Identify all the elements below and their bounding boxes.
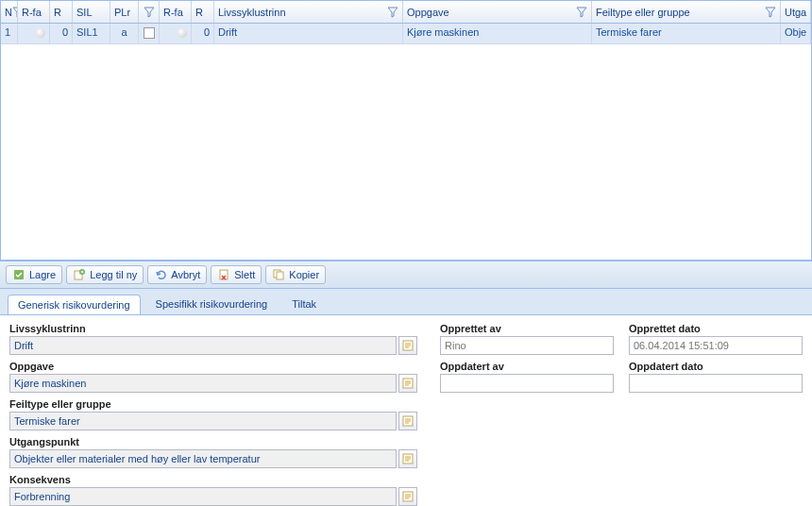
cell-liv: Drift	[214, 24, 403, 43]
col-sil[interactable]: SIL	[73, 1, 110, 23]
add-label: Legg til ny	[90, 269, 137, 280]
field-feiltype: Feiltype eller gruppe	[9, 398, 417, 430]
col-plr[interactable]: PLr	[110, 1, 139, 23]
picker-button[interactable]	[398, 412, 417, 430]
filter-icon[interactable]	[765, 7, 776, 18]
tab-specific[interactable]: Spesifikk risikovurdering	[146, 295, 278, 314]
svg-rect-5	[277, 272, 283, 279]
filter-icon[interactable]	[144, 7, 155, 18]
delete-button[interactable]: Slett	[211, 265, 262, 284]
cancel-button[interactable]: Avbryt	[147, 265, 207, 284]
cell-n: 1	[1, 24, 18, 43]
input-utgangspunkt[interactable]	[9, 449, 397, 468]
field-livssyklustrinn: Livssyklustrinn	[9, 323, 417, 355]
label-feiltype: Feiltype eller gruppe	[9, 398, 417, 410]
save-label: Lagre	[29, 269, 56, 280]
label-konsekvens: Konsekvens	[9, 474, 417, 485]
input-updated-by	[440, 374, 614, 393]
label-created-by: Opprettet av	[440, 323, 614, 334]
cell-feil: Termiske farer	[592, 24, 781, 43]
field-created-by: Opprettet av	[440, 323, 614, 355]
cancel-label: Avbryt	[171, 269, 200, 280]
input-created-date	[629, 336, 803, 355]
input-updated-date	[629, 374, 803, 393]
input-created-by	[440, 336, 614, 355]
filter-icon[interactable]	[576, 7, 587, 18]
field-updated-by: Oppdatert av	[440, 361, 614, 393]
label-utgangspunkt: Utgangspunkt	[9, 436, 417, 447]
save-icon	[12, 268, 25, 281]
grid-header: N R-fa R SIL PLr R-fa R Livssyklustrinn …	[1, 1, 811, 24]
data-grid: N R-fa R SIL PLr R-fa R Livssyklustrinn …	[0, 0, 812, 261]
picker-button[interactable]	[398, 449, 417, 468]
filter-icon[interactable]	[387, 7, 398, 18]
status-dot-icon	[36, 28, 45, 38]
col-opp[interactable]: Oppgave	[403, 1, 592, 23]
copy-label: Kopier	[289, 269, 319, 280]
col-chk[interactable]	[139, 1, 160, 23]
tab-measures[interactable]: Tiltak	[282, 295, 326, 314]
cell-chk[interactable]	[139, 24, 160, 43]
table-row[interactable]: 1 0 SIL1 a 0 Drift Kjøre maskinen Termis…	[1, 24, 811, 44]
tab-bar: Generisk risikovurdering Spesifikk risik…	[0, 289, 812, 315]
field-oppgave: Oppgave	[9, 361, 417, 393]
cell-r2: 0	[192, 24, 214, 43]
picker-button[interactable]	[398, 374, 417, 393]
cell-r1: 0	[50, 24, 73, 43]
label-oppgave: Oppgave	[9, 361, 417, 372]
cell-plr: a	[110, 24, 139, 43]
col-utg[interactable]: Utga	[781, 1, 811, 23]
cell-rfa1	[18, 24, 50, 43]
form-right-column: Opprettet av Oppdatert av Opprettet dato…	[440, 323, 803, 506]
tab-generic[interactable]: Generisk risikovurdering	[8, 295, 141, 314]
picker-button[interactable]	[398, 487, 417, 506]
cell-sil: SIL1	[73, 24, 110, 43]
col-feil[interactable]: Feiltype eller gruppe	[592, 1, 781, 23]
col-n[interactable]: N	[1, 1, 18, 23]
label-updated-by: Oppdatert av	[440, 361, 614, 372]
add-icon	[73, 268, 86, 281]
delete-label: Slett	[234, 269, 255, 280]
label-livssyklustrinn: Livssyklustrinn	[9, 323, 417, 334]
input-feiltype[interactable]	[9, 412, 397, 430]
copy-icon	[272, 268, 285, 281]
field-konsekvens: Konsekvens	[9, 474, 417, 506]
add-button[interactable]: Legg til ny	[66, 265, 144, 284]
col-r2[interactable]: R	[192, 1, 214, 23]
col-rfa2[interactable]: R-fa	[160, 1, 192, 23]
form-panel: Livssyklustrinn Oppgave Feiltype eller g…	[0, 315, 812, 506]
input-oppgave[interactable]	[9, 374, 397, 393]
label-updated-date: Oppdatert dato	[629, 361, 803, 372]
copy-button[interactable]: Kopier	[265, 265, 326, 284]
grid-body: 1 0 SIL1 a 0 Drift Kjøre maskinen Termis…	[1, 24, 811, 260]
status-dot-icon	[178, 28, 187, 38]
picker-button[interactable]	[398, 336, 417, 355]
undo-icon	[154, 268, 167, 281]
save-button[interactable]: Lagre	[6, 265, 62, 284]
field-utgangspunkt: Utgangspunkt	[9, 436, 417, 468]
form-left-column: Livssyklustrinn Oppgave Feiltype eller g…	[9, 323, 417, 506]
checkbox-icon[interactable]	[144, 27, 155, 39]
field-created-date: Opprettet dato	[629, 323, 803, 355]
col-rfa1[interactable]: R-fa	[18, 1, 50, 23]
col-liv[interactable]: Livssyklustrinn	[214, 1, 403, 23]
field-updated-date: Oppdatert dato	[629, 361, 803, 393]
toolbar: Lagre Legg til ny Avbryt Slett Kopier	[0, 261, 812, 289]
delete-icon	[217, 268, 230, 281]
cell-utg: Obje	[781, 24, 811, 43]
cell-opp: Kjøre maskinen	[403, 24, 592, 43]
input-konsekvens[interactable]	[9, 487, 397, 506]
input-livssyklustrinn[interactable]	[9, 336, 397, 355]
label-created-date: Opprettet dato	[629, 323, 803, 334]
col-r1[interactable]: R	[50, 1, 73, 23]
cell-rfa2	[160, 24, 192, 43]
